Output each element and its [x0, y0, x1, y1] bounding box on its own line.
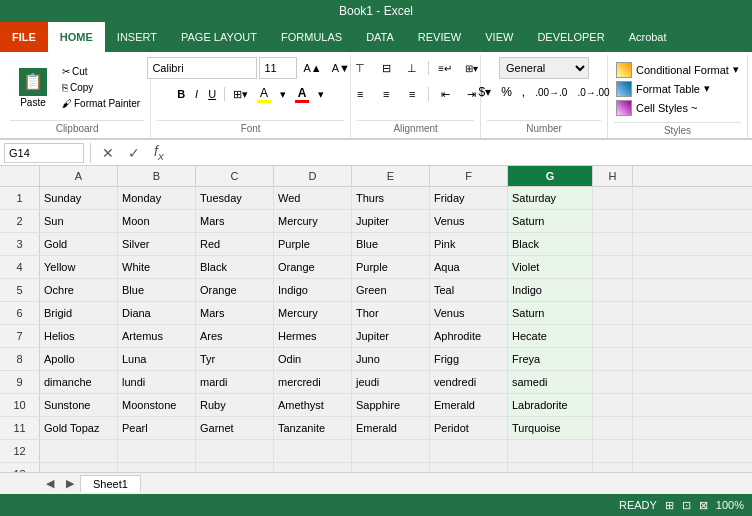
cell-H10[interactable] — [593, 394, 633, 416]
cell-F11[interactable]: Peridot — [430, 417, 508, 439]
cell-B9[interactable]: lundi — [118, 371, 196, 393]
cell-A7[interactable]: Helios — [40, 325, 118, 347]
tab-acrobat[interactable]: Acrobat — [617, 22, 679, 52]
cell-F1[interactable]: Friday — [430, 187, 508, 209]
cell-H2[interactable] — [593, 210, 633, 232]
align-middle-button[interactable]: ⊟ — [374, 57, 398, 79]
font-name-input[interactable] — [147, 57, 257, 79]
cell-H8[interactable] — [593, 348, 633, 370]
cell-C9[interactable]: mardi — [196, 371, 274, 393]
cell-H9[interactable] — [593, 371, 633, 393]
cell-A3[interactable]: Gold — [40, 233, 118, 255]
cell-F5[interactable]: Teal — [430, 279, 508, 301]
cell-B1[interactable]: Monday — [118, 187, 196, 209]
tab-view[interactable]: VIEW — [473, 22, 525, 52]
cell-A4[interactable]: Yellow — [40, 256, 118, 278]
align-top-button[interactable]: ⊤ — [348, 57, 372, 79]
cell-C13[interactable] — [196, 463, 274, 472]
cell-A10[interactable]: Sunstone — [40, 394, 118, 416]
cell-G4[interactable]: Violet — [508, 256, 593, 278]
cell-E6[interactable]: Thor — [352, 302, 430, 324]
cell-H4[interactable] — [593, 256, 633, 278]
decrease-decimal-button[interactable]: .00→.0 — [531, 81, 571, 103]
cell-F9[interactable]: vendredi — [430, 371, 508, 393]
accounting-button[interactable]: $▾ — [474, 81, 495, 103]
cell-E13[interactable] — [352, 463, 430, 472]
copy-button[interactable]: ⎘ Copy — [58, 80, 144, 95]
font-size-input[interactable] — [259, 57, 297, 79]
decrease-indent-button[interactable]: ⇤ — [433, 83, 457, 105]
cell-C1[interactable]: Tuesday — [196, 187, 274, 209]
view-break-icon[interactable]: ⊠ — [699, 499, 708, 512]
cell-B6[interactable]: Diana — [118, 302, 196, 324]
cell-A1[interactable]: Sunday — [40, 187, 118, 209]
borders-button[interactable]: ⊞▾ — [229, 83, 252, 105]
row-number-6[interactable]: 6 — [0, 302, 40, 324]
cell-C8[interactable]: Tyr — [196, 348, 274, 370]
sheet-nav-left[interactable]: ◀ — [40, 475, 60, 492]
col-header-h[interactable]: H — [593, 166, 633, 186]
cell-A5[interactable]: Ochre — [40, 279, 118, 301]
format-table-button[interactable]: Format Table ▾ — [614, 80, 741, 98]
cell-F12[interactable] — [430, 440, 508, 462]
conditional-format-button[interactable]: Conditional Format ▾ — [614, 61, 741, 79]
cell-E5[interactable]: Green — [352, 279, 430, 301]
row-number-12[interactable]: 12 — [0, 440, 40, 462]
cell-B5[interactable]: Blue — [118, 279, 196, 301]
cell-C2[interactable]: Mars — [196, 210, 274, 232]
align-left-button[interactable]: ≡ — [348, 83, 372, 105]
view-layout-icon[interactable]: ⊡ — [682, 499, 691, 512]
cell-B7[interactable]: Artemus — [118, 325, 196, 347]
cell-A9[interactable]: dimanche — [40, 371, 118, 393]
insert-function-button[interactable]: fx — [149, 142, 169, 163]
cell-G10[interactable]: Labradorite — [508, 394, 593, 416]
cell-G7[interactable]: Hecate — [508, 325, 593, 347]
cell-H12[interactable] — [593, 440, 633, 462]
sheet-nav-right[interactable]: ▶ — [60, 475, 80, 492]
row-number-1[interactable]: 1 — [0, 187, 40, 209]
formula-input[interactable] — [173, 147, 748, 159]
cell-styles-button[interactable]: Cell Styles ~ — [614, 99, 741, 117]
row-number-11[interactable]: 11 — [0, 417, 40, 439]
cell-C10[interactable]: Ruby — [196, 394, 274, 416]
cell-C3[interactable]: Red — [196, 233, 274, 255]
cut-button[interactable]: ✂ Cut — [58, 64, 144, 79]
confirm-formula-button[interactable]: ✓ — [123, 144, 145, 162]
cell-G12[interactable] — [508, 440, 593, 462]
row-number-3[interactable]: 3 — [0, 233, 40, 255]
cell-G8[interactable]: Freya — [508, 348, 593, 370]
cell-G13[interactable] — [508, 463, 593, 472]
row-number-7[interactable]: 7 — [0, 325, 40, 347]
col-header-e[interactable]: E — [352, 166, 430, 186]
cell-G11[interactable]: Turquoise — [508, 417, 593, 439]
cell-F8[interactable]: Frigg — [430, 348, 508, 370]
fill-color-dropdown[interactable]: ▾ — [276, 83, 290, 105]
row-number-2[interactable]: 2 — [0, 210, 40, 232]
cell-C11[interactable]: Garnet — [196, 417, 274, 439]
cell-D4[interactable]: Orange — [274, 256, 352, 278]
cell-E9[interactable]: jeudi — [352, 371, 430, 393]
cell-A2[interactable]: Sun — [40, 210, 118, 232]
col-header-a[interactable]: A — [40, 166, 118, 186]
col-header-c[interactable]: C — [196, 166, 274, 186]
cell-H3[interactable] — [593, 233, 633, 255]
cell-F2[interactable]: Venus — [430, 210, 508, 232]
underline-button[interactable]: U — [204, 83, 220, 105]
bold-button[interactable]: B — [173, 83, 189, 105]
cell-C4[interactable]: Black — [196, 256, 274, 278]
cell-E11[interactable]: Emerald — [352, 417, 430, 439]
tab-home[interactable]: HOME — [48, 22, 105, 52]
cell-reference-box[interactable]: G14 — [4, 143, 84, 163]
cell-B11[interactable]: Pearl — [118, 417, 196, 439]
view-normal-icon[interactable]: ⊞ — [665, 499, 674, 512]
comma-button[interactable]: , — [518, 81, 529, 103]
cell-C6[interactable]: Mars — [196, 302, 274, 324]
row-number-10[interactable]: 10 — [0, 394, 40, 416]
cell-B12[interactable] — [118, 440, 196, 462]
tab-page-layout[interactable]: PAGE LAYOUT — [169, 22, 269, 52]
cell-F7[interactable]: Aphrodite — [430, 325, 508, 347]
cell-G1[interactable]: Saturday — [508, 187, 593, 209]
cell-D7[interactable]: Hermes — [274, 325, 352, 347]
cell-H1[interactable] — [593, 187, 633, 209]
tab-data[interactable]: DATA — [354, 22, 406, 52]
